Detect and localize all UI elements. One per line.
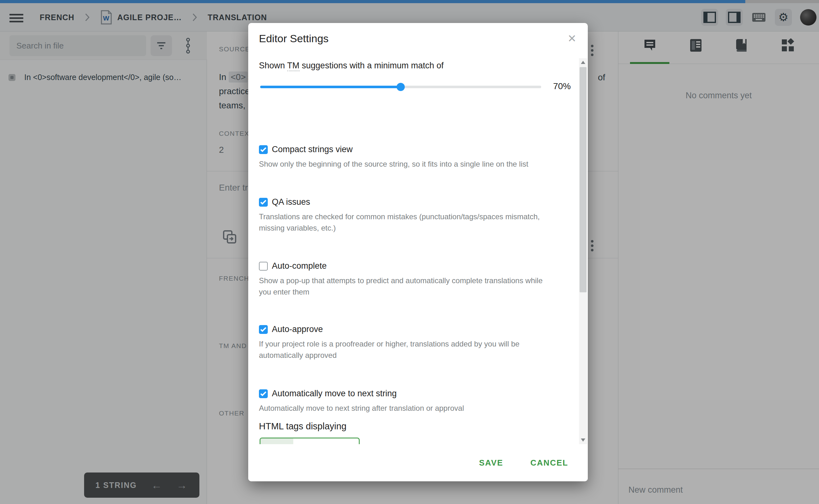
setting-auto-approve: Auto-approve If your project role is a p… [259, 324, 574, 361]
setting-compact-strings: Compact strings view Show only the begin… [259, 145, 574, 170]
html-tags-heading: HTML tags displaying [259, 421, 347, 432]
tm-match-slider-row: 70% [259, 82, 571, 92]
dialog-body: Shown TM suggestions with a minimum matc… [248, 54, 578, 444]
setting-auto-complete: Auto-complete Show a pop-up that attempt… [259, 261, 574, 298]
html-tags-option-hide[interactable]: HIDE [326, 438, 359, 444]
setting-label[interactable]: Auto-complete [272, 261, 327, 271]
slider-thumb[interactable] [397, 83, 405, 91]
slider-fill [260, 86, 401, 88]
scrollbar-thumb[interactable] [580, 67, 587, 292]
scroll-up-arrow-icon[interactable] [581, 61, 585, 64]
setting-label[interactable]: QA issues [272, 197, 310, 207]
html-tags-option-auto[interactable]: AUTO [261, 438, 293, 444]
checkbox[interactable] [259, 389, 268, 398]
html-tags-segmented-control: AUTO SHOW HIDE [260, 438, 360, 444]
checkbox[interactable] [259, 325, 268, 334]
setting-label[interactable]: Automatically move to next string [272, 389, 397, 398]
save-button[interactable]: SAVE [479, 458, 503, 468]
checkbox[interactable] [259, 145, 268, 154]
tm-match-slider[interactable] [260, 86, 541, 88]
dialog-footer: SAVE CANCEL [248, 444, 588, 481]
tm-abbreviation: TM [287, 61, 300, 71]
close-icon[interactable]: ✕ [568, 33, 577, 44]
setting-description: If your project role is a proofreader or… [259, 338, 574, 361]
checkbox[interactable] [259, 262, 268, 271]
setting-label[interactable]: Compact strings view [272, 145, 353, 154]
tm-match-value: 70% [553, 81, 571, 91]
editor-settings-dialog: Editor Settings ✕ Shown TM suggestions w… [248, 23, 588, 481]
html-tags-option-show[interactable]: SHOW [293, 438, 326, 444]
setting-description: Show a pop-up that attempts to predict a… [259, 275, 574, 298]
editor-screen: FRENCH W AGILE PROJE… TRANSLATION [0, 0, 819, 504]
tm-match-label: Shown TM suggestions with a minimum matc… [259, 61, 444, 71]
setting-description: Translations are checked for common mist… [259, 211, 574, 234]
cancel-button[interactable]: CANCEL [530, 458, 568, 468]
dialog-title: Editor Settings [259, 32, 329, 45]
dialog-scrollbar[interactable] [579, 58, 587, 444]
checkbox[interactable] [259, 198, 268, 207]
setting-description: Show only the beginning of the source st… [259, 158, 574, 170]
setting-auto-next-string: Automatically move to next string Automa… [259, 389, 574, 414]
setting-description: Automatically move to next string after … [259, 403, 574, 414]
setting-label[interactable]: Auto-approve [272, 324, 323, 334]
scroll-down-arrow-icon[interactable] [581, 438, 585, 442]
setting-qa-issues: QA issues Translations are checked for c… [259, 197, 574, 234]
